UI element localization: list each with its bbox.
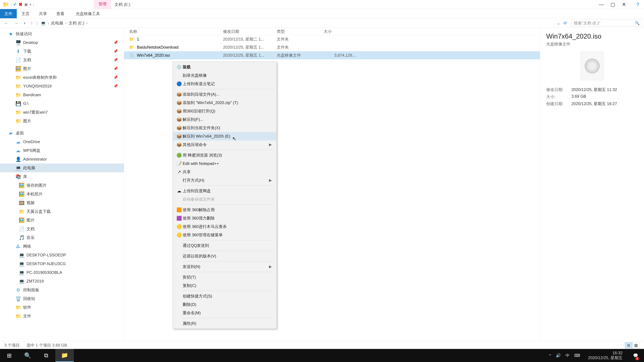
search-button[interactable]: 🔍 xyxy=(18,349,37,362)
search-icon[interactable]: 🔍 xyxy=(635,21,640,25)
maximize-button[interactable]: ▢ xyxy=(610,1,615,7)
tree-item[interactable]: 💻DESKTOP-NJEU3CG xyxy=(0,259,124,268)
tree-item[interactable]: 👤Administrator xyxy=(0,155,124,164)
keyboard-icon[interactable]: ⌨ xyxy=(574,353,580,358)
menu-item[interactable]: 📦解压到 Win7x64_2020\ (E) xyxy=(173,132,276,140)
menu-item[interactable]: 📦添加到压缩文件(A)... xyxy=(173,90,276,98)
tree-item[interactable]: 🖼️图片📌 xyxy=(0,64,124,73)
column-type[interactable]: 类型 xyxy=(277,29,324,34)
tree-item[interactable]: 🎞️视频 xyxy=(0,198,124,207)
properties-icon[interactable]: ◉ xyxy=(24,2,28,7)
menu-item[interactable]: 复制(C) xyxy=(173,281,276,290)
up-button[interactable]: ↑ xyxy=(29,20,35,26)
menu-item[interactable]: 删除(D) xyxy=(173,300,276,309)
menu-item[interactable]: 🟡使用 360管理右键菜单 xyxy=(173,231,276,239)
tree-item[interactable]: 💻此电脑 xyxy=(0,164,124,172)
refresh-icon[interactable]: ⟳ xyxy=(564,21,567,25)
tree-item[interactable]: 🖼️图片 xyxy=(0,216,124,225)
tree-item[interactable]: 📁win7重装win7 xyxy=(0,108,124,117)
menu-item[interactable]: 打开方式(H)▶ xyxy=(173,176,276,185)
tree-item[interactable]: 📁天翼云盘下载 xyxy=(0,207,124,216)
menu-item[interactable]: 📦添加到 "Win7x64_2020.zip" (T) xyxy=(173,98,276,107)
qat-dropdown-icon[interactable]: ▾ xyxy=(30,2,31,6)
tree-item[interactable]: 📁文件 xyxy=(0,312,124,321)
tray-chevron-icon[interactable]: ^ xyxy=(549,353,551,358)
tree-item[interactable]: ☁OneDrive xyxy=(0,137,124,146)
address-dropdown-icon[interactable]: ⌄ xyxy=(557,21,560,25)
tree-item[interactable]: 🎵音乐 xyxy=(0,233,124,242)
menu-item[interactable]: 🔵上传到有道云笔记 xyxy=(173,80,276,88)
tree-item[interactable]: 📁软件 xyxy=(0,303,124,312)
tree-item[interactable]: 🖼️保存的图片 xyxy=(0,181,124,190)
menu-item[interactable]: 🟡使用 360进行木马云查杀 xyxy=(173,222,276,231)
view-large-icons-icon[interactable]: ▦ xyxy=(632,342,640,348)
help-icon[interactable]: ? xyxy=(636,2,639,7)
breadcrumb-item[interactable]: 文档 (E:) xyxy=(68,20,84,26)
ime-indicator[interactable]: 中 xyxy=(566,353,570,358)
menu-item[interactable]: 📦解压到当前文件夹(X) xyxy=(173,124,276,132)
action-center-button[interactable]: 💬 3 xyxy=(630,349,641,362)
context-menu[interactable]: 💿装载刻录光盘映像🔵上传到有道云笔记📦添加到压缩文件(A)...📦添加到 "Wi… xyxy=(173,62,277,329)
menu-item[interactable]: 属性(R) xyxy=(173,319,276,328)
context-tab-manage[interactable]: 管理 xyxy=(94,0,111,9)
tab-home[interactable]: 主页 xyxy=(17,9,34,18)
menu-item[interactable]: 📝Edit with Notepad++ xyxy=(173,159,276,168)
column-headers[interactable]: 名称 修改日期 类型 大小 xyxy=(124,28,540,35)
menu-item[interactable]: 🟧使用 360解除占用 xyxy=(173,206,276,214)
start-button[interactable]: ⊞ xyxy=(0,349,18,362)
taskbar-explorer[interactable]: 📁 xyxy=(55,349,74,362)
chevron-right-icon[interactable]: › xyxy=(47,21,50,25)
back-button[interactable]: ← xyxy=(2,20,10,26)
tab-iso-tools[interactable]: 光盘映像工具 xyxy=(72,9,104,18)
tree-network[interactable]: 🖧 网络 xyxy=(0,242,124,251)
menu-item[interactable]: 🟪使用 360强力删除 xyxy=(173,214,276,222)
menu-item[interactable]: 还原以前的版本(V) xyxy=(173,252,276,260)
menu-item[interactable]: ☁上传到百度网盘 xyxy=(173,187,276,195)
file-row[interactable]: 📁12020/12/15, 星期二 1...文件夹 xyxy=(124,35,540,43)
volume-icon[interactable]: 🔊 xyxy=(556,353,561,358)
breadcrumb[interactable]: 💻 › 此电脑 › 文档 (E:) › xyxy=(39,20,552,26)
column-modified[interactable]: 修改日期 xyxy=(223,29,277,34)
task-view-button[interactable]: ⧉ xyxy=(37,349,55,362)
tab-view[interactable]: 查看 xyxy=(52,9,69,18)
breadcrumb-item[interactable]: 此电脑 xyxy=(51,20,63,26)
tree-quick-access[interactable]: ★ 快速访问 xyxy=(0,29,124,38)
menu-item[interactable]: 📦解压到(F)... xyxy=(173,115,276,124)
tree-item[interactable]: 🗑️回收站 xyxy=(0,294,124,303)
menu-item[interactable]: 剪切(T) xyxy=(173,273,276,281)
tree-item[interactable]: 📄文档📌 xyxy=(0,56,124,64)
tree-item[interactable]: ⬇下载📌 xyxy=(0,47,124,56)
minimize-button[interactable]: — xyxy=(599,2,604,7)
file-row[interactable]: 📁BaiduNetdiskDownload2020/12/25, 星期五 1..… xyxy=(124,43,540,51)
menu-item[interactable]: 重命名(M) xyxy=(173,309,276,317)
navigation-pane[interactable]: ★ 快速访问 🖥️Desktop📌⬇下载📌📄文档📌🖼️图片📌📁excel表格制作… xyxy=(0,28,124,341)
menu-item[interactable]: 创建快捷方式(S) xyxy=(173,292,276,300)
tree-item[interactable]: 📁图片 xyxy=(0,117,124,125)
file-row[interactable]: 💿Win7x64_2020.iso2020/12/25, 星期五 1...光盘映… xyxy=(124,51,540,59)
menu-item[interactable]: 刻录光盘映像 xyxy=(173,71,276,80)
chevron-right-icon[interactable]: › xyxy=(85,21,89,25)
menu-item[interactable]: 通过QQ发送到 xyxy=(173,241,276,250)
tree-item[interactable]: 📄文档 xyxy=(0,225,124,233)
tree-item[interactable]: ⚙控制面板 xyxy=(0,286,124,294)
tree-item[interactable]: 💻DESKTOP-LSSOEDP xyxy=(0,251,124,259)
menu-item[interactable]: ↗共享 xyxy=(173,168,276,176)
menu-item[interactable]: 发送到(N)▶ xyxy=(173,263,276,271)
tree-item[interactable]: 💾G:\ xyxy=(0,99,124,108)
close-red-icon[interactable]: ✖ xyxy=(18,2,22,7)
column-name[interactable]: 名称 xyxy=(124,29,223,34)
tree-desktop-root[interactable]: ▰ 桌面 xyxy=(0,129,124,137)
tree-item[interactable]: 📁Bandicam xyxy=(0,90,124,99)
menu-item[interactable]: 💿装载 xyxy=(173,63,276,71)
chevron-right-icon[interactable]: › xyxy=(64,21,68,25)
tree-item[interactable]: 🖼️本机照片 xyxy=(0,190,124,198)
tree-item[interactable]: ☁WPS网盘 xyxy=(0,146,124,155)
tree-item[interactable]: 📁excel表格制作求和📌 xyxy=(0,73,124,82)
taskbar[interactable]: ⊞ 🔍 ⧉ 📁 ^ 🔊 中 ⌨ 16:32 2020/12/25, 星期五 💬 … xyxy=(0,349,644,362)
close-button[interactable]: ✕ xyxy=(622,1,626,7)
column-size[interactable]: 大小 xyxy=(324,29,360,34)
menu-item[interactable]: 📦其他压缩命令▶ xyxy=(173,140,276,149)
tab-share[interactable]: 共享 xyxy=(34,9,52,18)
history-dropdown-icon[interactable]: ▾ xyxy=(22,21,27,25)
tree-item[interactable]: 📚库 xyxy=(0,172,124,181)
